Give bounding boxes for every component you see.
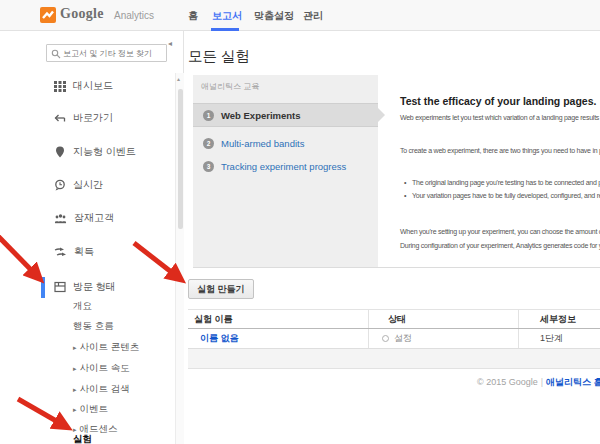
status-radio-icon: [382, 335, 389, 342]
footer-link-analytics-home[interactable]: 애널리틱스 홈: [546, 377, 600, 387]
sidebar-item-audience[interactable]: 잠재고객: [54, 210, 114, 226]
education-steps-column: 애널리틱스 교육 1 Web Experiments 2 Multi-armed…: [193, 75, 378, 267]
search-icon: [51, 49, 61, 59]
table-header-row: 실험 이름 상태 세부정보: [188, 310, 600, 329]
behavior-window-icon: [54, 281, 66, 293]
create-experiment-button[interactable]: 실험 만들기: [188, 279, 254, 299]
sidebar-item-label: 잠재고객: [74, 211, 114, 225]
nav-customization[interactable]: 맞춤설정: [254, 9, 294, 23]
nav-home[interactable]: 홈: [188, 9, 198, 23]
education-paragraph: Web experiments let you test which varia…: [400, 111, 600, 124]
nav-admin[interactable]: 관리: [303, 9, 323, 23]
column-header-details: 세부정보: [518, 310, 600, 328]
dashboard-grid-icon: [54, 80, 66, 92]
sidebar-scrollbar[interactable]: ▴: [175, 73, 184, 444]
education-paragraph: To create a web experiment, there are tw…: [400, 144, 600, 157]
column-header-status: 상태: [368, 310, 518, 328]
step-number-badge: 3: [203, 161, 214, 172]
report-search-box: [46, 44, 167, 62]
sidebar-subitem-experiments[interactable]: 실험: [73, 433, 92, 444]
experiment-status-cell: 설정: [368, 329, 518, 348]
column-header-experiment-name: 실험 이름: [188, 310, 368, 328]
sidebar-item-shortcuts[interactable]: 바로가기: [54, 110, 113, 126]
sidebar-item-label: 대시보드: [73, 79, 113, 93]
expand-arrow-icon: ▸: [73, 365, 77, 373]
sidebar-item-intelligence-events[interactable]: 지능형 이벤트: [54, 144, 136, 160]
selected-step-notch: [378, 108, 385, 122]
sidebar-collapse-icon[interactable]: ◂: [168, 39, 172, 48]
education-bullet-list: The original landing page you're testing…: [400, 176, 600, 202]
page-title: 모든 실험: [188, 47, 250, 66]
table-row: 이름 없음 설정 1단계: [188, 329, 600, 349]
sidebar-subitem-overview[interactable]: 개요: [73, 300, 92, 313]
step-label: Multi-armed bandits: [221, 138, 304, 149]
sidebar-item-label: 바로가기: [73, 111, 113, 125]
sidebar-subitem-label: 이벤트: [80, 403, 109, 416]
education-panel: 애널리틱스 교육 1 Web Experiments 2 Multi-armed…: [193, 75, 600, 268]
step-label: Web Experiments: [221, 110, 301, 121]
education-heading: Test the efficacy of your landing pages.: [400, 95, 596, 107]
education-bullet: The original landing page you're testing…: [400, 176, 600, 189]
sidebar-subitem-label: 사이트 콘텐츠: [80, 341, 140, 354]
sidebar-subitem-label: 실험: [73, 433, 92, 444]
sidebar-subitem-label: 행동 흐름: [73, 320, 114, 333]
status-text: 설정: [394, 332, 412, 345]
real-time-clock-icon: [54, 179, 66, 191]
audience-people-icon: [54, 212, 67, 224]
copyright-text: © 2015 Google: [477, 377, 538, 387]
education-step-web-experiments[interactable]: 1 Web Experiments: [193, 103, 378, 127]
acquisition-arrows-icon: [54, 246, 67, 258]
location-pin-icon: [54, 146, 66, 158]
annotation-blue-bar: [41, 277, 45, 298]
sidebar-subitem-site-search[interactable]: ▸ 사이트 검색: [73, 383, 130, 396]
step-label: Tracking experiment progress: [221, 161, 346, 172]
shortcut-arrow-icon: [54, 112, 66, 124]
education-step-multi-armed-bandits[interactable]: 2 Multi-armed bandits: [193, 132, 378, 154]
expand-arrow-icon: ▸: [73, 406, 77, 414]
sidebar-item-label: 지능형 이벤트: [73, 145, 136, 159]
sidebar-item-dashboards[interactable]: 대시보드: [54, 78, 113, 94]
sidebar-subitem-events[interactable]: ▸ 이벤트: [73, 403, 108, 416]
sidebar-item-acquisition[interactable]: 획득: [54, 244, 94, 260]
analytics-page: Google Analytics 홈 보고서 맞춤설정 관리 ◂ ▴: [0, 0, 600, 444]
google-analytics-logo-icon: [40, 7, 56, 23]
education-paragraph: During configuration of your experiment,…: [400, 239, 600, 252]
education-paragraph: When you're setting up your experiment, …: [400, 225, 600, 238]
page-footer: © 2015 Google|애널리틱스 홈|서비스 약관: [477, 376, 600, 389]
sidebar-subitem-label: 사이트 검색: [80, 383, 130, 396]
expand-arrow-icon: ▸: [73, 386, 77, 394]
sidebar-item-label: 방문 형태: [73, 280, 116, 294]
sidebar-subitem-site-content[interactable]: ▸ 사이트 콘텐츠: [73, 341, 139, 354]
scroll-up-icon[interactable]: ▴: [177, 75, 180, 82]
nav-reporting[interactable]: 보고서: [212, 9, 242, 23]
education-step-tracking-progress[interactable]: 3 Tracking experiment progress: [193, 155, 378, 177]
sidebar-subitem-label: 개요: [73, 300, 92, 313]
experiment-detail-cell: 1단계: [518, 329, 600, 348]
sidebar-subitem-label: 사이트 속도: [80, 362, 130, 375]
sidebar-item-label: 실시간: [73, 178, 103, 192]
logo-analytics-text: Analytics: [114, 10, 154, 21]
sidebar-item-real-time[interactable]: 실시간: [54, 177, 103, 193]
sidebar-subitem-behavior-flow[interactable]: 행동 흐름: [73, 320, 114, 333]
table-pagination-bar: [188, 349, 600, 369]
experiments-table: 실험 이름 상태 세부정보 이름 없음 설정 1단계: [188, 309, 600, 369]
sidebar-item-label: 획득: [74, 245, 94, 259]
step-number-badge: 1: [203, 110, 214, 121]
footer-separator: |: [541, 377, 543, 387]
active-nav-underline: [211, 28, 239, 31]
education-content: Test the efficacy of your landing pages.…: [400, 75, 600, 267]
step-number-badge: 2: [203, 138, 214, 149]
sidebar: ◂ ▴ 대시보드: [0, 31, 184, 444]
sidebar-item-behavior[interactable]: 방문 형태: [54, 279, 116, 295]
experiment-name-link[interactable]: 이름 없음: [188, 329, 368, 348]
logo-google-text: Google: [60, 6, 104, 22]
top-header: Google Analytics 홈 보고서 맞춤설정 관리: [0, 0, 600, 31]
education-bullet: Your variation pages have to be fully de…: [400, 189, 600, 202]
expand-arrow-icon: ▸: [73, 344, 77, 352]
search-input[interactable]: [63, 46, 163, 60]
scrollbar-thumb[interactable]: [178, 89, 183, 229]
education-label: 애널리틱스 교육: [201, 81, 259, 92]
sidebar-subitem-site-speed[interactable]: ▸ 사이트 속도: [73, 362, 130, 375]
